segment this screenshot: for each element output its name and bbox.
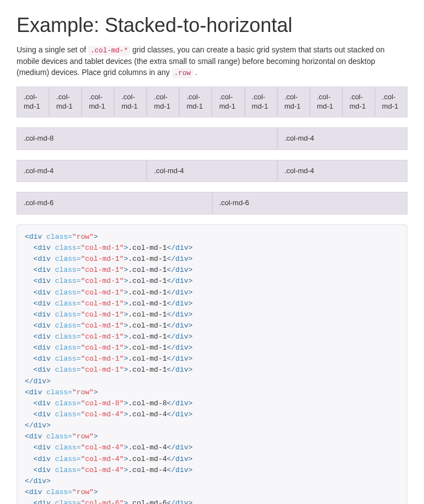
grid-cell: .col-md-4 xyxy=(17,160,147,183)
grid-cell: .col-md-1 xyxy=(114,87,147,117)
grid-cell: .col-md-1 xyxy=(147,87,179,117)
grid-row: .col-md-8.col-md-4 xyxy=(17,127,407,150)
grid-row: .col-md-6.col-md-6 xyxy=(17,192,407,215)
inline-code-col-md: .col-md-* xyxy=(88,46,130,56)
grid-cell: .col-md-1 xyxy=(245,87,277,117)
grid-cell: .col-md-4 xyxy=(147,160,277,183)
intro-text-3: . xyxy=(195,68,197,77)
grid-cell: .col-md-1 xyxy=(375,87,407,117)
grid-cell: .col-md-1 xyxy=(212,87,244,117)
grid-cell: .col-md-6 xyxy=(212,192,408,215)
grid-cell: .col-md-1 xyxy=(82,87,114,117)
intro-paragraph: Using a single set of .col-md-* grid cla… xyxy=(17,45,407,79)
grid-cell: .col-md-1 xyxy=(49,87,82,117)
grid-cell: .col-md-8 xyxy=(17,127,277,150)
grid-cell: .col-md-1 xyxy=(277,87,310,117)
grid-cell: .col-md-1 xyxy=(342,87,375,117)
grid-cell: .col-md-6 xyxy=(17,192,212,215)
intro-text-1: Using a single set of xyxy=(17,45,88,54)
example-grid: .col-md-1.col-md-1.col-md-1.col-md-1.col… xyxy=(17,87,407,214)
grid-cell: .col-md-1 xyxy=(179,87,212,117)
grid-row: .col-md-1.col-md-1.col-md-1.col-md-1.col… xyxy=(17,87,407,117)
grid-cell: .col-md-4 xyxy=(277,160,407,183)
page-heading: Example: Stacked-to-horizontal xyxy=(17,11,407,39)
grid-row: .col-md-4.col-md-4.col-md-4 xyxy=(17,160,407,183)
code-block: <div class="row"> <div class="col-md-1">… xyxy=(17,224,407,504)
grid-cell: .col-md-1 xyxy=(310,87,342,117)
grid-cell: .col-md-1 xyxy=(17,87,49,117)
inline-code-row: .row xyxy=(172,68,193,78)
grid-cell: .col-md-4 xyxy=(277,127,407,150)
